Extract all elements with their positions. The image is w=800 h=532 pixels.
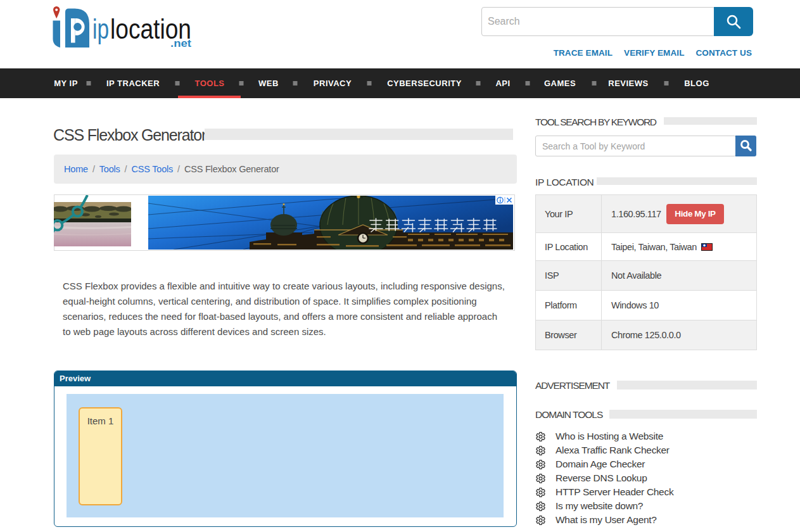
svg-text:ip: ip bbox=[92, 13, 109, 44]
svg-text:.net: .net bbox=[170, 37, 191, 49]
